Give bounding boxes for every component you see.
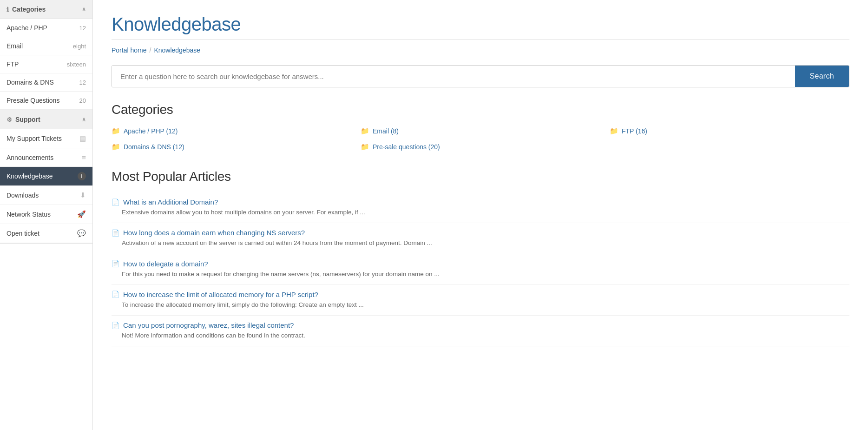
sidebar-item-knowledgebase[interactable]: Knowledgebase i bbox=[0, 167, 92, 186]
sidebar-item-open-ticket[interactable]: Open ticket 💬 bbox=[0, 224, 92, 243]
folder-icon-ftp: 📁 bbox=[610, 127, 618, 135]
page-divider bbox=[112, 40, 849, 40]
search-input[interactable] bbox=[112, 66, 795, 87]
sidebar-item-announcements[interactable]: Announcements ≡ bbox=[0, 148, 92, 167]
category-link-ftp[interactable]: 📁 FTP (16) bbox=[610, 126, 849, 137]
article-excerpt-2: For this you need to make a request for … bbox=[112, 270, 849, 279]
sidebar-categories-header[interactable]: ℹ Categories ∧ bbox=[0, 0, 92, 19]
sidebar-categories-label: Categories bbox=[12, 6, 46, 13]
sidebar-item-ftp[interactable]: FTP sixteen bbox=[0, 55, 92, 73]
category-link-email[interactable]: 📁 Email (8) bbox=[361, 126, 600, 137]
doc-icon-1: 📄 bbox=[112, 229, 119, 237]
support-chevron-up-icon: ∧ bbox=[82, 116, 86, 123]
sidebar-support-header[interactable]: ⚙ Support ∧ bbox=[0, 110, 92, 129]
article-title-1[interactable]: 📄 How long does a domain earn when chang… bbox=[112, 229, 849, 237]
articles-section-title: Most Popular Articles bbox=[112, 169, 849, 184]
folder-icon-domains: 📁 bbox=[112, 143, 120, 151]
support-icon: ⚙ bbox=[7, 116, 12, 123]
sidebar-item-presale[interactable]: Presale Questions 20 bbox=[0, 92, 92, 110]
article-item-1: 📄 How long does a domain earn when chang… bbox=[112, 223, 849, 254]
article-excerpt-4: Not! More information and conditions can… bbox=[112, 331, 849, 340]
download-icon: ⬇ bbox=[80, 191, 86, 199]
sidebar-item-support-tickets[interactable]: My Support Tickets ▤ bbox=[0, 129, 92, 148]
sidebar-categories-header-left: ℹ Categories bbox=[7, 6, 46, 13]
list-icon: ≡ bbox=[82, 153, 86, 161]
article-item-4: 📄 Can you post pornography, warez, sites… bbox=[112, 316, 849, 346]
breadcrumb-separator: / bbox=[149, 46, 151, 54]
info-circle-icon: i bbox=[78, 172, 86, 180]
sidebar-item-apache[interactable]: Apache / PHP 12 bbox=[0, 19, 92, 37]
main-content: Knowledgebase Portal home / Knowledgebas… bbox=[93, 0, 868, 430]
article-excerpt-0: Extensive domains allow you to host mult… bbox=[112, 208, 849, 217]
search-button[interactable]: Search bbox=[795, 66, 849, 87]
sidebar: ℹ Categories ∧ Apache / PHP 12 Email eig… bbox=[0, 0, 93, 430]
sidebar-item-email[interactable]: Email eight bbox=[0, 37, 92, 55]
sidebar-support-label: Support bbox=[15, 116, 40, 123]
category-link-apache[interactable]: 📁 Apache / PHP (12) bbox=[112, 126, 351, 137]
article-title-3[interactable]: 📄 How to increase the limit of allocated… bbox=[112, 291, 849, 298]
articles-list: 📄 What is an Additional Domain? Extensiv… bbox=[112, 192, 849, 346]
article-excerpt-3: To increase the allocated memory limit, … bbox=[112, 300, 849, 310]
sidebar-item-domains[interactable]: Domains & DNS 12 bbox=[0, 73, 92, 92]
sidebar-support-section: ⚙ Support ∧ My Support Tickets ▤ Announc… bbox=[0, 110, 92, 244]
article-title-0[interactable]: 📄 What is an Additional Domain? bbox=[112, 198, 849, 206]
article-item-0: 📄 What is an Additional Domain? Extensiv… bbox=[112, 192, 849, 223]
doc-icon-4: 📄 bbox=[112, 322, 119, 329]
article-title-4[interactable]: 📄 Can you post pornography, warez, sites… bbox=[112, 321, 849, 329]
sidebar-support-header-left: ⚙ Support bbox=[7, 116, 40, 123]
breadcrumb-current: Knowledgebase bbox=[154, 46, 200, 54]
doc-icon-3: 📄 bbox=[112, 291, 119, 298]
search-bar: Search bbox=[112, 65, 849, 87]
info-icon: ℹ bbox=[7, 6, 9, 13]
sidebar-item-network-status[interactable]: Network Status 🚀 bbox=[0, 205, 92, 224]
categories-grid: 📁 Apache / PHP (12) 📁 Email (8) 📁 FTP (1… bbox=[112, 126, 849, 152]
sidebar-categories-section: ℹ Categories ∧ Apache / PHP 12 Email eig… bbox=[0, 0, 92, 110]
folder-icon-apache: 📁 bbox=[112, 127, 120, 135]
comment-icon: 💬 bbox=[77, 229, 86, 238]
folder-icon-email: 📁 bbox=[361, 127, 369, 135]
folder-icon-presale: 📁 bbox=[361, 143, 369, 151]
breadcrumb: Portal home / Knowledgebase bbox=[112, 46, 849, 54]
category-link-domains[interactable]: 📁 Domains & DNS (12) bbox=[112, 141, 351, 152]
sidebar-item-downloads[interactable]: Downloads ⬇ bbox=[0, 186, 92, 205]
categories-section-title: Categories bbox=[112, 102, 849, 117]
article-item-3: 📄 How to increase the limit of allocated… bbox=[112, 285, 849, 316]
doc-icon-0: 📄 bbox=[112, 198, 119, 206]
category-link-presale[interactable]: 📁 Pre-sale questions (20) bbox=[361, 141, 600, 152]
article-item-2: 📄 How to delegate a domain? For this you… bbox=[112, 254, 849, 285]
article-excerpt-1: Activation of a new account on the serve… bbox=[112, 238, 849, 248]
chevron-up-icon: ∧ bbox=[82, 6, 86, 13]
ticket-icon: ▤ bbox=[79, 134, 86, 143]
doc-icon-2: 📄 bbox=[112, 260, 119, 267]
signal-icon: 🚀 bbox=[77, 210, 86, 218]
article-title-2[interactable]: 📄 How to delegate a domain? bbox=[112, 260, 849, 268]
breadcrumb-home[interactable]: Portal home bbox=[112, 46, 146, 54]
page-title: Knowledgebase bbox=[112, 14, 849, 35]
